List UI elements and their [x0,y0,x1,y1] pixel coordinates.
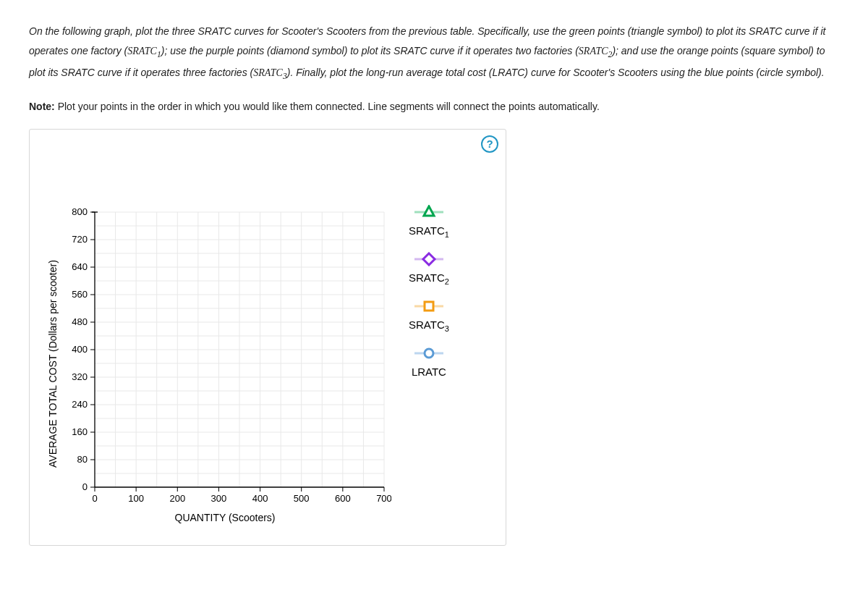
tool-label: SRATC1 [409,224,449,239]
svg-text:300: 300 [211,493,227,504]
tool-sratc2[interactable]: SRATC2 [409,252,449,286]
svg-marker-78 [423,253,435,265]
x-axis-label: QUANTITY (Scooters) [59,512,391,523]
tool-lratc[interactable]: LRATC [409,346,449,378]
svg-text:240: 240 [72,399,88,410]
svg-text:0: 0 [82,481,88,492]
tool-label: LRATC [409,366,449,378]
svg-text:100: 100 [128,493,144,504]
svg-point-82 [425,349,433,358]
svg-text:200: 200 [169,493,185,504]
plot-area[interactable]: 080160240320400480560640720800 010020030… [59,205,391,523]
svg-text:720: 720 [72,234,88,245]
var-sratc1: SRATC1 [127,46,161,56]
svg-text:640: 640 [72,261,88,272]
svg-text:320: 320 [72,371,88,382]
tool-label: SRATC3 [409,319,449,333]
var-sratc2: SRATC2 [579,46,613,56]
graph-panel: ? AVERAGE TOTAL COST (Dollars per scoote… [29,129,506,546]
svg-text:480: 480 [72,316,88,327]
svg-text:400: 400 [72,344,88,355]
tool-sratc3[interactable]: SRATC3 [409,299,449,333]
instr-text: ). Finally, plot the long-run average to… [287,67,825,78]
svg-marker-76 [424,206,434,216]
var-sratc3: SRATC3 [253,67,287,78]
help-icon: ? [486,138,493,150]
svg-text:0: 0 [92,493,97,504]
help-button[interactable]: ? [481,135,498,153]
note: Note: Plot your points in the order in w… [29,98,839,116]
svg-text:600: 600 [335,493,351,504]
tool-label: SRATC2 [409,271,449,286]
tool-sratc1[interactable]: SRATC1 [409,205,449,239]
note-text: Plot your points in the order in which y… [55,101,600,112]
y-axis-label: AVERAGE TOTAL COST (Dollars per scooter) [44,227,59,502]
svg-text:800: 800 [72,206,88,217]
svg-text:560: 560 [72,289,88,300]
svg-text:160: 160 [72,426,88,437]
instr-text: ); use the purple points (diamond symbol… [161,45,579,56]
instructions: On the following graph, plot the three S… [29,22,839,85]
note-label: Note: [29,101,55,112]
svg-rect-80 [425,302,433,311]
svg-text:80: 80 [77,454,88,465]
svg-text:700: 700 [376,493,391,504]
svg-text:500: 500 [294,493,310,504]
svg-text:400: 400 [252,493,268,504]
tool-palette: SRATC1 SRATC2 SRATC3 [409,205,449,391]
